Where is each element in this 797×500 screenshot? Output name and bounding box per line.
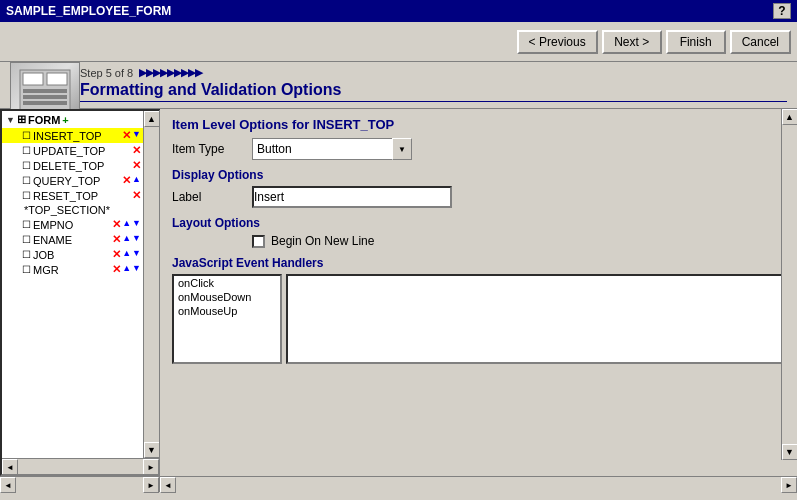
tree-item[interactable]: ☐ENAME✕▲▼ xyxy=(2,232,159,247)
tree-item-label: ENAME xyxy=(33,234,112,246)
svg-rect-2 xyxy=(47,73,67,85)
label-row: Label xyxy=(172,186,785,208)
tree-item-actions: ✕ xyxy=(132,159,141,172)
right-bottom-left[interactable]: ◄ xyxy=(160,477,176,493)
tree-bottom-left[interactable]: ◄ xyxy=(0,477,16,493)
tree-hscroll-track[interactable] xyxy=(18,459,143,474)
tree-item-checkbox: ☐ xyxy=(22,264,31,275)
tree-item[interactable]: ☐DELETE_TOP✕ xyxy=(2,158,159,173)
move-down-button[interactable]: ▼ xyxy=(132,218,141,231)
tree-item[interactable]: ☐JOB✕▲▼ xyxy=(2,247,159,262)
finish-button[interactable]: Finish xyxy=(666,30,726,54)
right-scroll-down[interactable]: ▼ xyxy=(782,444,798,460)
delete-item-button[interactable]: ✕ xyxy=(122,174,131,187)
tree-vscrollbar: ▲ ▼ xyxy=(143,111,159,458)
move-up-button[interactable]: ▲ xyxy=(132,174,141,187)
tree-scroll-up[interactable]: ▲ xyxy=(144,111,160,127)
svg-rect-1 xyxy=(23,73,43,85)
move-down-button[interactable]: ▼ xyxy=(132,248,141,261)
tree-item[interactable]: ☐QUERY_TOP✕▲ xyxy=(2,173,159,188)
next-button[interactable]: Next > xyxy=(602,30,662,54)
right-bottom-hscroll: ◄ ► xyxy=(160,477,797,492)
delete-item-button[interactable]: ✕ xyxy=(132,159,141,172)
add-form-item-button[interactable]: + xyxy=(62,114,68,126)
tree-item-actions: ✕▲▼ xyxy=(112,263,141,276)
move-up-button[interactable]: ▲ xyxy=(122,218,131,231)
delete-item-button[interactable]: ✕ xyxy=(112,218,121,231)
move-down-button[interactable]: ▼ xyxy=(132,263,141,276)
tree-scroll-track[interactable] xyxy=(144,127,159,442)
header: Step 5 of 8 ▶▶▶▶▶▶▶▶▶ Formatting and Val… xyxy=(0,62,797,109)
right-scroll-track[interactable] xyxy=(782,125,797,444)
tree-item-label: QUERY_TOP xyxy=(33,175,122,187)
tree-item-checkbox: ☐ xyxy=(22,145,31,156)
display-options-title: Display Options xyxy=(172,168,785,182)
tree-item-checkbox: ☐ xyxy=(22,234,31,245)
svg-rect-5 xyxy=(23,101,67,105)
js-event-item[interactable]: onMouseUp xyxy=(174,304,280,318)
js-code-area[interactable] xyxy=(286,274,785,364)
right-vscrollbar: ▲ ▼ xyxy=(781,109,797,460)
tree-item[interactable]: *TOP_SECTION* xyxy=(2,203,159,217)
tree-item-actions: ✕▲ xyxy=(122,174,141,187)
tree-item-label: EMPNO xyxy=(33,219,112,231)
label-input[interactable] xyxy=(252,186,452,208)
move-up-button[interactable]: ▲ xyxy=(122,233,131,246)
js-event-item[interactable]: onMouseDown xyxy=(174,290,280,304)
label-label: Label xyxy=(172,190,252,204)
move-down-button[interactable]: ▼ xyxy=(132,129,141,142)
tree-content: ▼ ⊞ FORM + ☐INSERT_TOP✕▼☐UPDATE_TOP✕☐DEL… xyxy=(2,111,159,458)
tree-item-label: *TOP_SECTION* xyxy=(24,204,141,216)
tree-items-container: ☐INSERT_TOP✕▼☐UPDATE_TOP✕☐DELETE_TOP✕☐QU… xyxy=(2,128,159,277)
help-button[interactable]: ? xyxy=(773,3,791,19)
svg-rect-4 xyxy=(23,95,67,99)
delete-item-button[interactable]: ✕ xyxy=(122,129,131,142)
tree-item[interactable]: ☐UPDATE_TOP✕ xyxy=(2,143,159,158)
delete-item-button[interactable]: ✕ xyxy=(132,189,141,202)
tree-item-checkbox: ☐ xyxy=(22,175,31,186)
section-title: Item Level Options for INSERT_TOP xyxy=(172,117,785,132)
delete-item-button[interactable]: ✕ xyxy=(132,144,141,157)
tree-item[interactable]: ☐EMPNO✕▲▼ xyxy=(2,217,159,232)
delete-item-button[interactable]: ✕ xyxy=(112,248,121,261)
tree-scroll-down[interactable]: ▼ xyxy=(144,442,160,458)
tree-root: ▼ ⊞ FORM + xyxy=(2,111,159,128)
item-type-label: Item Type xyxy=(172,142,252,156)
cancel-button[interactable]: Cancel xyxy=(730,30,791,54)
tree-hscroll-right[interactable]: ► xyxy=(143,459,159,475)
right-panel: Item Level Options for INSERT_TOP Item T… xyxy=(160,109,797,476)
tree-item[interactable]: ☐INSERT_TOP✕▼ xyxy=(2,128,159,143)
previous-button[interactable]: < Previous xyxy=(517,30,598,54)
begin-on-new-line-checkbox[interactable] xyxy=(252,235,265,248)
js-events-list[interactable]: onClickonMouseDownonMouseUp xyxy=(172,274,282,364)
tree-hscroll-left[interactable]: ◄ xyxy=(2,459,18,475)
expand-icon: ▼ xyxy=(6,115,15,125)
tree-item-label: DELETE_TOP xyxy=(33,160,132,172)
right-bottom-track[interactable] xyxy=(176,477,781,492)
right-bottom-right[interactable]: ► xyxy=(781,477,797,493)
tree-item-checkbox: ☐ xyxy=(22,160,31,171)
tree-bottom-hscroll: ◄ ► xyxy=(0,477,160,492)
js-event-item[interactable]: onClick xyxy=(174,276,280,290)
tree-item-actions: ✕▲▼ xyxy=(112,218,141,231)
js-events-area: onClickonMouseDownonMouseUp xyxy=(172,274,785,364)
step-arrows: ▶▶▶▶▶▶▶▶▶ xyxy=(139,66,202,79)
move-down-button[interactable]: ▼ xyxy=(132,233,141,246)
page-title: Formatting and Validation Options xyxy=(80,81,787,102)
tree-item[interactable]: ☐RESET_TOP✕ xyxy=(2,188,159,203)
move-up-button[interactable]: ▲ xyxy=(122,248,131,261)
item-type-select[interactable]: Button Text Hidden Select xyxy=(252,138,412,160)
right-scroll-up[interactable]: ▲ xyxy=(782,109,798,125)
tree-bottom-right[interactable]: ► xyxy=(143,477,159,493)
delete-item-button[interactable]: ✕ xyxy=(112,233,121,246)
tree-item-checkbox: ☐ xyxy=(22,219,31,230)
tree-item-actions: ✕ xyxy=(132,144,141,157)
tree-item[interactable]: ☐MGR✕▲▼ xyxy=(2,262,159,277)
step-text: Step 5 of 8 xyxy=(80,67,133,79)
tree-item-label: JOB xyxy=(33,249,112,261)
js-section: JavaScript Event Handlers onClickonMouse… xyxy=(172,256,785,364)
svg-rect-3 xyxy=(23,89,67,93)
move-up-button[interactable]: ▲ xyxy=(122,263,131,276)
tree-bottom-track[interactable] xyxy=(16,477,143,492)
delete-item-button[interactable]: ✕ xyxy=(112,263,121,276)
